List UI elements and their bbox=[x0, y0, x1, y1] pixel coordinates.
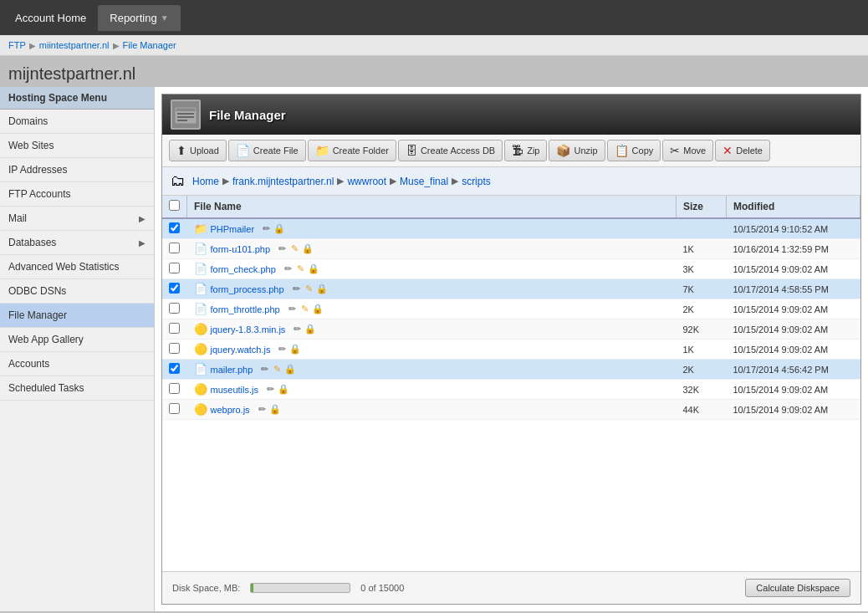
file-size-museutils: 32K bbox=[677, 380, 727, 400]
breadcrumb-domain[interactable]: miintestpartner.nl bbox=[39, 40, 110, 50]
copy-button[interactable]: 📋 Copy bbox=[607, 140, 661, 161]
file-type-icon: 📄 bbox=[194, 303, 207, 315]
rename-icon-webpro[interactable]: ✏ bbox=[257, 403, 268, 416]
row-checkbox-form-process[interactable] bbox=[169, 283, 180, 294]
lock-icon-webpro: 🔒 bbox=[269, 404, 281, 415]
sidebar-item-accounts[interactable]: Accounts bbox=[0, 352, 154, 376]
lock-icon-form-process: 🔒 bbox=[316, 284, 328, 294]
file-size-jquery-183: 92K bbox=[677, 319, 727, 340]
file-name-link-mailer[interactable]: mailer.php bbox=[211, 365, 253, 375]
path-scripts[interactable]: scripts bbox=[462, 176, 491, 187]
row-checkbox-jquery-watch[interactable] bbox=[169, 343, 180, 354]
create-file-button[interactable]: 📄 Create File bbox=[228, 140, 306, 161]
svg-rect-2 bbox=[177, 113, 194, 115]
row-checkbox-webpro[interactable] bbox=[169, 403, 180, 414]
row-checkbox-form-throttle[interactable] bbox=[169, 303, 180, 314]
file-size-form-u101: 1K bbox=[677, 239, 727, 259]
breadcrumb-sep-1: ▶ bbox=[29, 41, 36, 50]
col-checkbox bbox=[162, 196, 187, 218]
file-name-link-webpro[interactable]: webpro.js bbox=[211, 405, 250, 415]
file-table: File Name Size Modified 📁PHPmailer✏🔒10/1… bbox=[162, 196, 860, 571]
rename-icon-museutils[interactable]: ✏ bbox=[265, 383, 276, 396]
file-name-link-form-throttle[interactable]: form_throttle.php bbox=[211, 304, 280, 314]
file-modified-form-process: 10/17/2014 4:58:55 PM bbox=[727, 279, 860, 299]
row-checkbox-mailer[interactable] bbox=[169, 363, 180, 374]
sidebar-header: Hosting Space Menu bbox=[0, 87, 154, 110]
file-name-link-museutils[interactable]: museutils.js bbox=[211, 385, 258, 395]
delete-button[interactable]: ✕ Delete bbox=[715, 140, 770, 161]
file-name-link-form-process[interactable]: form_process.php bbox=[211, 284, 284, 294]
path-nav: 🗂 Home ▶ frank.mijntestpartner.nl ▶ wwwr… bbox=[162, 167, 860, 196]
breadcrumb-file-manager[interactable]: File Manager bbox=[123, 40, 176, 50]
rename-icon-mailer[interactable]: ✏ bbox=[259, 363, 270, 375]
path-home[interactable]: Home bbox=[192, 176, 219, 187]
file-name-link-form-u101[interactable]: form-u101.php bbox=[211, 244, 271, 254]
edit-icon-form-u101[interactable]: ✎ bbox=[289, 243, 300, 255]
file-size-jquery-watch: 1K bbox=[677, 340, 727, 360]
breadcrumb-ftp[interactable]: FTP bbox=[8, 40, 26, 50]
disk-space-fill bbox=[251, 584, 253, 592]
row-checkbox-phpmailer[interactable] bbox=[169, 222, 180, 233]
file-name-link-jquery-183[interactable]: jquery-1.8.3.min.js bbox=[211, 324, 286, 335]
reporting-nav[interactable]: Reporting ▼ bbox=[98, 5, 180, 31]
path-muse-final[interactable]: Muse_final bbox=[400, 176, 448, 187]
select-all-checkbox[interactable] bbox=[169, 200, 180, 211]
breadcrumb: FTP ▶ miintestpartner.nl ▶ File Manager bbox=[0, 35, 868, 56]
rename-icon-phpmailer[interactable]: ✏ bbox=[261, 222, 272, 235]
path-wwwroot[interactable]: wwwroot bbox=[347, 176, 386, 187]
disk-space-value: 0 of 15000 bbox=[360, 583, 404, 593]
table-row: 🟡jquery.watch.js✏🔒1K10/15/2014 9:09:02 A… bbox=[162, 340, 860, 360]
page-title: mijntestpartner.nl bbox=[0, 56, 868, 87]
edit-icon-form-throttle[interactable]: ✎ bbox=[299, 303, 310, 315]
rename-icon-form-check[interactable]: ✏ bbox=[283, 263, 294, 275]
sidebar-item-advanced-web-statistics[interactable]: Advanced Web Statistics bbox=[0, 255, 154, 279]
rename-icon-form-throttle[interactable]: ✏ bbox=[287, 303, 298, 315]
sidebar-item-web-app-gallery[interactable]: Web App Gallery bbox=[0, 328, 154, 352]
row-checkbox-jquery-183[interactable] bbox=[169, 323, 180, 334]
edit-icon-mailer[interactable]: ✎ bbox=[272, 363, 283, 375]
edit-icon-form-process[interactable]: ✎ bbox=[304, 283, 314, 295]
lock-icon-form-u101: 🔒 bbox=[302, 243, 314, 254]
rename-icon-form-u101[interactable]: ✏ bbox=[277, 243, 288, 255]
col-modified[interactable]: Modified bbox=[727, 196, 860, 218]
calculate-diskspace-button[interactable]: Calculate Diskspace bbox=[745, 579, 850, 597]
sidebar-item-mail[interactable]: Mail ▶ bbox=[0, 207, 154, 231]
sidebar-item-file-manager[interactable]: File Manager bbox=[0, 304, 154, 328]
move-button[interactable]: ✂ Move bbox=[662, 140, 713, 161]
sidebar-item-databases[interactable]: Databases ▶ bbox=[0, 231, 154, 255]
rename-icon-jquery-watch[interactable]: ✏ bbox=[277, 343, 288, 355]
sidebar-item-domains[interactable]: Domains bbox=[0, 110, 154, 134]
disk-space-label: Disk Space, MB: bbox=[172, 583, 240, 593]
sidebar-item-odbc-dsns[interactable]: ODBC DSNs bbox=[0, 279, 154, 304]
file-size-form-process: 7K bbox=[677, 279, 727, 299]
file-type-icon: 🟡 bbox=[194, 323, 207, 335]
fm-footer: Disk Space, MB: 0 of 15000 Calculate Dis… bbox=[162, 571, 860, 604]
row-checkbox-form-u101[interactable] bbox=[169, 243, 180, 253]
file-type-icon: 📄 bbox=[194, 363, 207, 375]
sidebar-item-scheduled-tasks[interactable]: Scheduled Tasks bbox=[0, 376, 154, 401]
row-checkbox-form-check[interactable] bbox=[169, 263, 180, 273]
file-name-link-form-check[interactable]: form_check.php bbox=[211, 264, 276, 274]
path-frank[interactable]: frank.mijntestpartner.nl bbox=[232, 176, 334, 187]
file-name-link-phpmailer[interactable]: PHPmailer bbox=[211, 224, 255, 234]
file-name-link-jquery-watch[interactable]: jquery.watch.js bbox=[211, 345, 271, 355]
lock-icon-form-check: 🔒 bbox=[308, 263, 319, 274]
fm-header-icon bbox=[171, 100, 201, 130]
edit-icon-form-check[interactable]: ✎ bbox=[295, 263, 306, 275]
row-checkbox-museutils[interactable] bbox=[169, 383, 180, 394]
sidebar-item-web-sites[interactable]: Web Sites bbox=[0, 134, 154, 158]
zip-button[interactable]: 🗜 Zip bbox=[504, 140, 547, 161]
upload-button[interactable]: ⬆ Upload bbox=[169, 140, 227, 161]
rename-icon-jquery-183[interactable]: ✏ bbox=[292, 323, 303, 335]
col-size[interactable]: Size bbox=[677, 196, 727, 218]
unzip-button[interactable]: 📦 Unzip bbox=[549, 140, 605, 161]
path-sep-3: ▶ bbox=[390, 176, 396, 186]
create-folder-button[interactable]: 📁 Create Folder bbox=[308, 140, 396, 161]
file-modified-phpmailer: 10/15/2014 9:10:52 AM bbox=[727, 218, 860, 239]
rename-icon-form-process[interactable]: ✏ bbox=[291, 283, 302, 295]
sidebar-item-ftp-accounts[interactable]: FTP Accounts bbox=[0, 182, 154, 207]
col-filename[interactable]: File Name bbox=[187, 196, 677, 218]
create-access-db-button[interactable]: 🗄 Create Access DB bbox=[398, 140, 503, 161]
account-home-nav[interactable]: Account Home bbox=[3, 5, 98, 31]
sidebar-item-ip-addresses[interactable]: IP Addresses bbox=[0, 158, 154, 182]
